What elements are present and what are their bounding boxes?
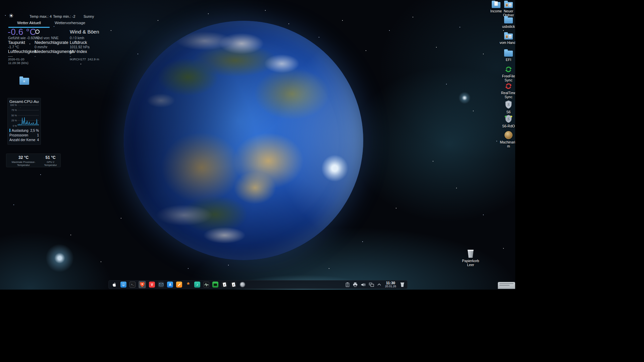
pinwheel-icon[interactable]: * (185, 282, 191, 288)
app-store-icon[interactable]: A (167, 282, 173, 288)
folder-photos-icon (504, 34, 513, 40)
uv-index-label: UV-Index (70, 49, 117, 54)
cpu-legend-row: Anzahl der Kerne 4 (9, 137, 39, 142)
sync-arrows-red-icon (505, 82, 512, 90)
desktop-icon-efi[interactable]: EFI (499, 51, 515, 62)
uv-index-value: - (70, 54, 117, 57)
volume-icon[interactable] (361, 283, 366, 287)
folder-view-tile[interactable]: ★ (17, 74, 31, 88)
sun-icon: ☀ (9, 12, 14, 19)
weather-station: IKIRCH177 242.9 m (70, 57, 117, 61)
wind-speed: 0 / 0 kmh (70, 36, 117, 40)
displays-icon[interactable] (369, 283, 374, 287)
desktop-icon-usbstick[interactable]: usbstick (499, 17, 515, 28)
precip-rate-label: Niederschlagsrate (35, 40, 70, 45)
weather-timestamp: 2026-01-20 11:29:38 (60s) (8, 57, 35, 61)
printer-icon[interactable] (353, 282, 358, 287)
cpu-y-axis: 100 % 75 % 50 % 25 % 0 % (9, 105, 17, 126)
desktop-icon-s6-rdo[interactable]: S S6-RdO (499, 114, 515, 128)
sync-arrows-green-icon (505, 66, 512, 73)
weather-details-grid: Gefühlt wie -0.60 °C Wind von: NNE 0 / 0… (8, 36, 117, 61)
finder-icon[interactable] (120, 282, 126, 288)
chevron-up-icon[interactable] (377, 283, 381, 286)
moon-phase-icon (35, 29, 40, 34)
weather-widget: ☀ Temp max.: 4 Temp min.: -2 Sunny Wette… (0, 0, 121, 64)
cpu-legend-row: Auslastung 2,5 % (9, 128, 39, 133)
desktop[interactable]: ☀ Temp max.: 4 Temp min.: -2 Sunny Wette… (0, 0, 515, 290)
weather-condition: Sunny (84, 14, 94, 18)
clipboard-icon[interactable] (345, 282, 350, 287)
shield-icon: S (505, 100, 512, 109)
peek-window[interactable] (498, 282, 515, 289)
desktop-icon-machinarium[interactable]: Machinarium (499, 131, 515, 148)
desktop-icon-realtimesync[interactable]: RealTime Sync (499, 82, 515, 99)
pulse-monitor-icon[interactable] (203, 282, 209, 288)
terminal-icon[interactable]: >_ (129, 282, 136, 288)
desktop-icon-freefilesync[interactable]: FreeFile Sync (499, 66, 515, 82)
svg-text:S: S (507, 117, 509, 121)
cpu-graph (17, 105, 39, 126)
desktop-icon-vom-handy[interactable]: vom Handy (499, 34, 515, 45)
system-tray: 11:30 20.01.26 (345, 281, 405, 288)
cpu-sparkline (17, 105, 39, 126)
humidity-label: Luftfeuchtigkeit (8, 49, 35, 54)
precip-rate-value: 0 mm/hr (35, 45, 70, 49)
gpu-temp-sensor: 51 °C GPU 2 Temperatur (41, 155, 60, 167)
cpu-usage-widget: Gesamt-CPU-Auslast... 100 % 75 % 50 % 25… (7, 98, 41, 145)
tab-wettervorhersage[interactable]: Wettervorhersage (55, 21, 85, 27)
clock-date: 20.01.26 (385, 285, 396, 288)
precip-amount-value: - (35, 54, 70, 57)
humidity-value: ---- (8, 54, 35, 57)
dewpoint-value: -1.7 °C (8, 45, 35, 49)
desktop-icon-s6[interactable]: S S6 (499, 100, 515, 114)
wind-from: Wind von: NNE (35, 36, 70, 40)
clock[interactable]: 11:30 20.01.26 (385, 281, 396, 288)
pencil-icon[interactable] (176, 282, 182, 288)
trash-icon (467, 250, 474, 258)
folder-star-icon: ★ (19, 78, 29, 85)
weather-temp-max: Temp max.: 4 (30, 14, 52, 18)
pressure-label: Luftdruck (70, 40, 117, 45)
brave-icon[interactable] (139, 281, 146, 288)
cpu-widget-title: Gesamt-CPU-Auslast... (9, 100, 39, 104)
feels-like: Gefühlt wie -0.60 °C (8, 36, 35, 40)
earth-wallpaper (124, 21, 363, 260)
pressure-value: 1011.92 hPa (70, 45, 117, 49)
folder-icon (504, 17, 513, 23)
wheel-icon[interactable] (239, 282, 246, 288)
folder-icon (504, 51, 513, 57)
card-game-icon-2[interactable]: ♠ (230, 282, 236, 288)
trash-icon[interactable] (400, 282, 405, 287)
desktop-icon-papierkorb[interactable]: Papierkorb Leer (461, 250, 480, 267)
svg-text:S: S (507, 102, 510, 107)
vivaldi-icon[interactable]: V (149, 282, 155, 288)
mail-icon[interactable] (158, 282, 164, 288)
music-icon[interactable]: ♪ (194, 282, 200, 288)
shield-dots-icon: S (504, 114, 513, 123)
card-game-icon[interactable]: ♠ (221, 282, 227, 288)
precip-amount-label: Niederschlagsmenge (35, 49, 70, 54)
system-monitor-icon[interactable] (212, 282, 218, 288)
coin-icon (504, 131, 513, 139)
dock: >_ V A * ♪ ♠ ♠ (108, 280, 408, 289)
cpu-legend-row: Prozessoren 1 (9, 133, 39, 137)
wind-heading: Wind & Böen (70, 29, 99, 35)
desktop-icon-neuer-ordner[interactable]: Neuer Ordner (499, 2, 515, 17)
dewpoint-label: Taupunkt (8, 40, 35, 45)
apple-icon[interactable] (111, 282, 117, 288)
folder-photos-icon (504, 2, 513, 8)
temperature-sensors-widget: 32 °C Maximale Prozessor-Temperatur 51 °… (6, 154, 61, 167)
cpu-temp-sensor: 32 °C Maximale Prozessor-Temperatur (6, 155, 41, 167)
legend-marker (9, 129, 10, 132)
weather-temp-min: Temp min.: -2 (53, 14, 75, 18)
